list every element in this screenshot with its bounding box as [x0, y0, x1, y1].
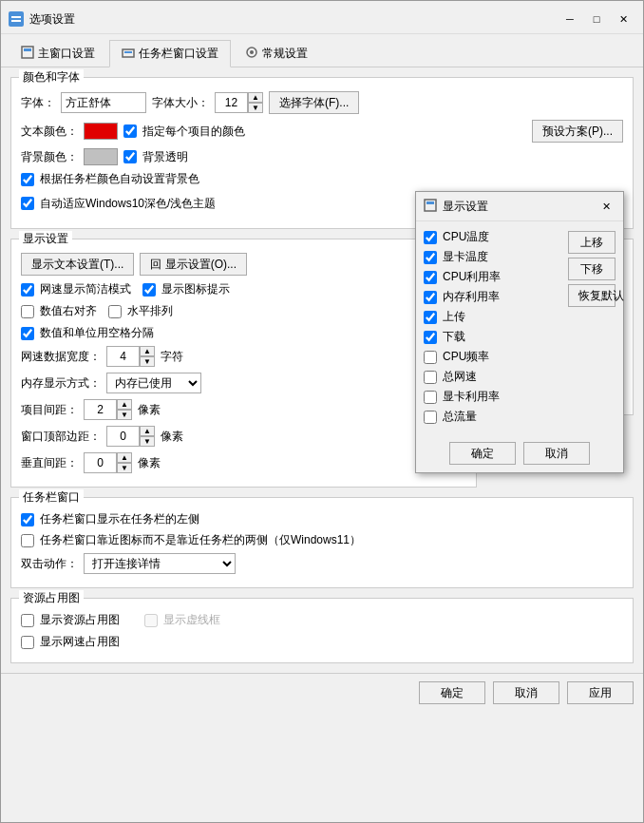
- maximize-button[interactable]: □: [584, 9, 609, 29]
- preset-btn[interactable]: 预设方案(P)...: [532, 120, 623, 143]
- item-total-flow-checkbox[interactable]: [424, 411, 437, 424]
- item-spacing-row: 项目间距： ▲ ▼ 像素: [21, 399, 466, 420]
- item-upload-checkbox[interactable]: [424, 311, 437, 324]
- item-cpu-usage-checkbox[interactable]: [424, 271, 437, 284]
- svg-rect-3: [22, 47, 33, 58]
- display-settings-btn[interactable]: 回 显示设置(O)...: [140, 253, 247, 276]
- titlebar-left: 选项设置: [9, 11, 75, 28]
- item-cpu-temp-checkbox[interactable]: [424, 231, 437, 244]
- window-top-up[interactable]: ▲: [140, 426, 155, 436]
- double-click-label: 双击动作：: [21, 556, 78, 572]
- show-resource-row: 显示资源占用图 显示虚线框: [21, 612, 623, 628]
- item-total-net-label: 总网速: [443, 369, 477, 385]
- overlay-ok-btn[interactable]: 确定: [449, 442, 516, 465]
- left-side-row: 任务栏窗口显示在任务栏的左侧: [21, 511, 623, 527]
- tab-general-icon: [245, 46, 258, 62]
- apply-button[interactable]: 应用: [567, 681, 634, 704]
- item-total-net-checkbox[interactable]: [424, 371, 437, 384]
- tab-main-window[interactable]: 主窗口设置: [9, 40, 107, 67]
- tab-taskbar-window[interactable]: 任务栏窗口设置: [109, 40, 231, 67]
- bg-transparent-checkbox[interactable]: [123, 150, 137, 163]
- auto-bg-checkbox[interactable]: [21, 173, 34, 186]
- specify-each-label: 指定每个项目的颜色: [142, 124, 245, 140]
- item-mem-usage-checkbox[interactable]: [424, 291, 437, 304]
- vertical-gap-input[interactable]: [84, 452, 117, 473]
- font-size-spinbox: ▲ ▼: [215, 92, 263, 113]
- font-input[interactable]: [61, 92, 146, 113]
- item-cpu-temp-label: CPU温度: [443, 229, 489, 245]
- item-spacing-down[interactable]: ▼: [117, 410, 132, 420]
- overlay-down-btn[interactable]: 下移: [568, 258, 616, 280]
- overlay-side-buttons: 上移 下移 恢复默认: [568, 229, 616, 434]
- left-side-checkbox[interactable]: [21, 513, 34, 526]
- net-width-up[interactable]: ▲: [140, 346, 155, 356]
- vertical-gap-down[interactable]: ▼: [117, 463, 132, 473]
- double-click-select[interactable]: 打开连接详情: [84, 553, 236, 574]
- taskbar-section: 任务栏窗口 任务栏窗口显示在任务栏的左侧 任务栏窗口靠近图标而不是靠近任务栏的两…: [10, 497, 634, 588]
- item-download-checkbox[interactable]: [424, 331, 437, 344]
- list-item: CPU利用率: [424, 269, 564, 285]
- bg-color-row: 背景颜色： 背景透明: [21, 148, 623, 165]
- auto-theme-checkbox[interactable]: [21, 197, 34, 210]
- near-icon-checkbox[interactable]: [21, 534, 34, 547]
- show-resource-checkbox[interactable]: [21, 614, 34, 627]
- vertical-gap-up[interactable]: ▲: [117, 452, 132, 463]
- overlay-up-btn[interactable]: 上移: [568, 231, 616, 254]
- item-gpu-usage-checkbox[interactable]: [424, 391, 437, 404]
- list-item: 下载: [424, 329, 564, 345]
- ok-button[interactable]: 确定: [419, 681, 485, 704]
- specify-each-checkbox[interactable]: [123, 124, 137, 138]
- show-network-checkbox[interactable]: [21, 636, 34, 649]
- tab-bar: 主窗口设置 任务栏窗口设置 常规设置: [1, 34, 643, 67]
- titlebar-controls: ─ □ ✕: [558, 9, 635, 29]
- window-top-input[interactable]: [106, 426, 140, 447]
- net-simple-checkbox[interactable]: [21, 283, 34, 297]
- window-top-down[interactable]: ▼: [140, 436, 155, 447]
- item-mem-usage-label: 内存利用率: [443, 289, 500, 305]
- svg-point-8: [250, 50, 254, 54]
- cancel-button[interactable]: 取消: [493, 681, 559, 704]
- item-cpu-freq-checkbox[interactable]: [424, 351, 437, 364]
- font-size-up[interactable]: ▲: [248, 92, 263, 103]
- overlay-checklist: CPU温度 显卡温度 CPU利用率 内存利用率: [424, 229, 564, 425]
- net-width-down[interactable]: ▼: [140, 356, 155, 367]
- close-button[interactable]: ✕: [611, 9, 635, 29]
- display-buttons-row: 显示文本设置(T)... 回 显示设置(O)...: [21, 253, 466, 276]
- minimize-button[interactable]: ─: [558, 9, 582, 29]
- mem-display-label: 内存显示方式：: [21, 375, 101, 392]
- overlay-footer: 确定 取消: [416, 434, 623, 472]
- net-width-unit: 字符: [161, 349, 183, 365]
- mem-display-select[interactable]: 内存已使用: [106, 373, 201, 393]
- horizontal-checkbox[interactable]: [108, 305, 122, 318]
- num-unit-checkbox[interactable]: [21, 327, 34, 340]
- display-text-btn[interactable]: 显示文本设置(T)...: [21, 253, 134, 276]
- show-tray-checkbox[interactable]: [142, 283, 156, 297]
- item-gpu-temp-checkbox[interactable]: [424, 251, 437, 264]
- item-spacing-up[interactable]: ▲: [117, 399, 132, 410]
- item-spacing-label: 项目间距：: [21, 402, 78, 418]
- tab-general[interactable]: 常规设置: [233, 40, 320, 67]
- item-cpu-freq-label: CPU频率: [443, 349, 489, 365]
- show-virtual-label: 显示虚线框: [163, 612, 220, 628]
- item-spacing-input[interactable]: [84, 399, 117, 420]
- overlay-cancel-btn[interactable]: 取消: [523, 442, 590, 465]
- resource-section: 资源占用图 显示资源占用图 显示虚线框 显示网速占用图: [10, 598, 634, 663]
- color-font-title: 颜色和字体: [19, 69, 84, 86]
- show-virtual-checkbox[interactable]: [144, 614, 158, 627]
- list-item: 内存利用率: [424, 289, 564, 305]
- font-size-down[interactable]: ▼: [248, 103, 263, 113]
- overlay-close-btn[interactable]: ✕: [597, 198, 616, 215]
- num-right-checkbox[interactable]: [21, 305, 34, 318]
- net-width-input[interactable]: [106, 346, 140, 367]
- overlay-restore-btn[interactable]: 恢复默认: [568, 284, 616, 307]
- font-size-input[interactable]: [215, 92, 248, 113]
- choose-font-btn[interactable]: 选择字体(F)...: [269, 91, 359, 114]
- num-right-row: 数值右对齐 水平排列: [21, 303, 466, 319]
- item-spacing-unit: 像素: [138, 402, 161, 418]
- app-icon: [9, 11, 24, 27]
- text-color-box[interactable]: [84, 123, 118, 140]
- num-unit-label: 数值和单位用空格分隔: [40, 325, 154, 341]
- overlay-checklist-container: CPU温度 显卡温度 CPU利用率 内存利用率: [424, 229, 564, 434]
- footer: 确定 取消 应用: [1, 673, 643, 712]
- bg-color-box[interactable]: [84, 148, 118, 165]
